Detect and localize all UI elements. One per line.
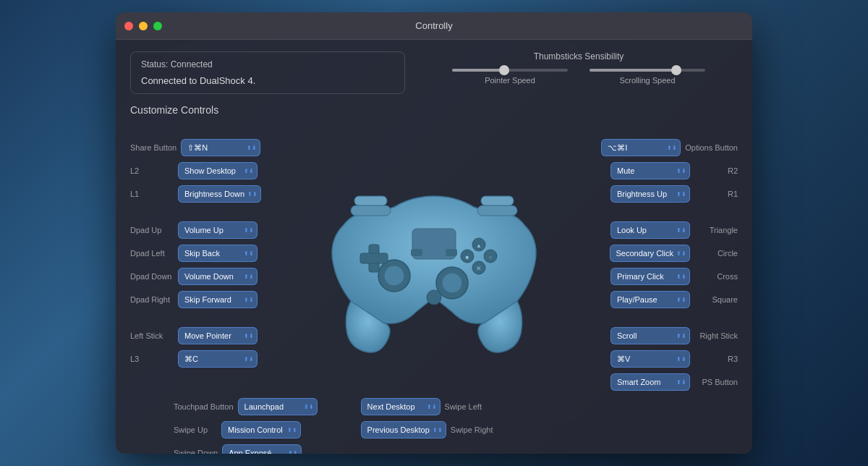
titlebar: Controlly: [116, 12, 752, 40]
controls-layout: Share Button ⇧⌘N L2 Show Desktop L1 Brig…: [130, 123, 738, 392]
circle-row: Secondary Click Circle: [579, 243, 738, 263]
cross-label: Cross: [694, 272, 738, 281]
svg-rect-1: [354, 196, 387, 206]
cross-dropdown[interactable]: Primary Click: [610, 268, 690, 285]
controller-area: ▲ ○ ✕ ■: [289, 123, 579, 392]
swipe-up-dropdown[interactable]: Mission Control: [221, 421, 301, 439]
triangle-dropdown[interactable]: Look Up: [610, 221, 690, 239]
dpad-left-label: Dpad Left: [130, 249, 174, 258]
window-title: Controlly: [415, 20, 452, 31]
swipe-right-label: Swipe Right: [451, 425, 494, 434]
dpad-right-dropdown[interactable]: Skip Forward: [178, 291, 258, 308]
status-box: Status: Connected Connected to DualShock…: [130, 51, 405, 94]
ps-button-dropdown[interactable]: Smart Zoom: [610, 373, 690, 391]
dpad-down-label: Dpad Down: [130, 272, 174, 281]
swipe-left-dropdown[interactable]: Next Desktop: [361, 398, 441, 415]
content-area: Status: Connected Connected to DualShock…: [116, 40, 752, 454]
l2-dropdown[interactable]: Show Desktop: [178, 162, 258, 179]
swipe-right-dropdown[interactable]: Previous Desktop: [361, 421, 446, 439]
r3-label: R3: [694, 355, 738, 363]
left-stick-row: Left Stick Move Pointer: [130, 326, 289, 346]
bottom-left-controls: Touchpad Button Launchpad Swipe Up Missi…: [174, 397, 318, 454]
traffic-lights: [124, 22, 162, 30]
triangle-label: Triangle: [694, 226, 738, 234]
r1-row: Brightness Up R1: [579, 184, 738, 204]
l2-label: L2: [130, 166, 174, 175]
swipe-down-dropdown[interactable]: App Exposé: [222, 444, 302, 454]
svg-point-21: [427, 290, 441, 305]
r2-label: R2: [694, 166, 738, 175]
scrolling-speed-group: Scrolling Speed: [590, 69, 705, 85]
dpad-up-label: Dpad Up: [130, 226, 174, 234]
touchpad-button-row: Touchpad Button Launchpad: [174, 397, 318, 417]
dpad-down-row: Dpad Down Volume Down: [130, 266, 289, 287]
options-button-row: ⌥⌘I Options Button: [579, 137, 738, 158]
pointer-speed-track[interactable]: [452, 69, 568, 72]
circle-dropdown[interactable]: Secondary Click: [610, 245, 690, 262]
svg-rect-0: [351, 206, 391, 216]
svg-point-8: [442, 273, 462, 293]
swipe-up-label: Swipe Up: [174, 425, 217, 434]
dpad-right-row: Dpad Right Skip Forward: [130, 289, 289, 310]
minimize-button[interactable]: [139, 22, 148, 30]
right-stick-label: Right Stick: [694, 331, 738, 340]
svg-rect-10: [360, 253, 388, 263]
svg-rect-19: [411, 249, 422, 256]
maximize-button[interactable]: [153, 22, 162, 30]
square-dropdown[interactable]: Play/Pause: [610, 291, 690, 308]
share-button-dropdown[interactable]: ⇧⌘N: [181, 139, 260, 156]
left-stick-label: Left Stick: [130, 331, 174, 340]
bottom-controls: Touchpad Button Launchpad Swipe Up Missi…: [130, 397, 738, 454]
status-value: Connected to DualShock 4.: [141, 75, 394, 86]
share-button-row: Share Button ⇧⌘N: [130, 137, 289, 158]
ps-button-label: PS Button: [694, 378, 738, 386]
svg-text:■: ■: [466, 254, 469, 260]
r1-dropdown[interactable]: Brightness Up: [610, 185, 690, 203]
dpad-up-dropdown[interactable]: Volume Up: [178, 221, 258, 239]
l3-dropdown[interactable]: ⌘C: [178, 350, 258, 368]
square-row: Play/Pause Square: [579, 289, 738, 310]
options-button-label: Options Button: [685, 143, 738, 152]
share-button-label: Share Button: [130, 143, 176, 152]
r2-row: Mute R2: [579, 161, 738, 181]
dpad-left-dropdown[interactable]: Skip Back: [178, 245, 258, 262]
svg-rect-2: [477, 206, 517, 216]
left-stick-dropdown[interactable]: Move Pointer: [178, 327, 258, 344]
top-section: Status: Connected Connected to DualShock…: [130, 51, 738, 94]
thumbstick-title: Thumbsticks Sensibility: [420, 51, 738, 62]
l1-label: L1: [130, 190, 174, 198]
swipe-down-row: Swipe Down App Exposé: [174, 443, 318, 454]
options-button-dropdown[interactable]: ⌥⌘I: [601, 139, 681, 156]
touchpad-button-dropdown[interactable]: Launchpad: [238, 398, 318, 415]
right-stick-dropdown[interactable]: Scroll: [610, 327, 690, 344]
svg-text:○: ○: [489, 254, 493, 260]
scrolling-speed-label: Scrolling Speed: [619, 76, 675, 85]
square-label: Square: [694, 295, 738, 304]
pointer-speed-label: Pointer Speed: [485, 76, 535, 85]
scrolling-speed-track[interactable]: [590, 69, 705, 72]
right-controls: ⌥⌘I Options Button Mute R2 Brightness Up…: [579, 123, 738, 392]
main-window: Controlly Status: Connected Connected to…: [116, 12, 752, 454]
swipe-right-row: Previous Desktop Swipe Right: [361, 420, 494, 440]
dpad-down-dropdown[interactable]: Volume Down: [178, 268, 258, 285]
dpad-up-row: Dpad Up Volume Up: [130, 220, 289, 240]
l3-row: L3 ⌘C: [130, 349, 289, 369]
close-button[interactable]: [124, 22, 133, 30]
pointer-speed-group: Pointer Speed: [452, 69, 568, 85]
left-controls: Share Button ⇧⌘N L2 Show Desktop L1 Brig…: [130, 123, 289, 392]
right-stick-row: Scroll Right Stick: [579, 326, 738, 346]
svg-rect-3: [481, 196, 514, 206]
thumbstick-section: Thumbsticks Sensibility Pointer Speed: [420, 51, 738, 94]
dpad-left-row: Dpad Left Skip Back: [130, 243, 289, 263]
l1-dropdown[interactable]: Brightness Down: [178, 185, 261, 203]
l2-row: L2 Show Desktop: [130, 161, 289, 181]
r2-dropdown[interactable]: Mute: [610, 162, 690, 179]
touchpad-button-label: Touchpad Button: [174, 402, 234, 411]
r3-dropdown[interactable]: ⌘V: [610, 350, 690, 368]
controller-image: ▲ ○ ✕ ■: [311, 156, 557, 359]
swipe-up-row: Swipe Up Mission Control: [174, 420, 318, 440]
svg-point-6: [384, 266, 404, 286]
circle-label: Circle: [694, 249, 738, 258]
status-label: Status: Connected: [141, 59, 394, 69]
bottom-right-controls: Next Desktop Swipe Left Previous Desktop…: [361, 397, 494, 454]
